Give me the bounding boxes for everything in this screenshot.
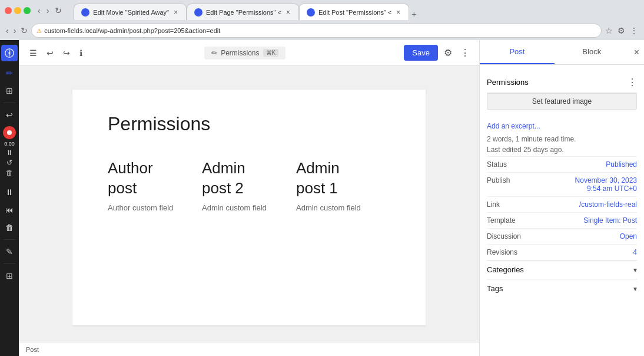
doc-title-text: Permissions <box>221 49 259 57</box>
revisions-label: Revisions <box>487 248 517 256</box>
right-sidebar: Post Block × Permissions ⋮ Set featured … <box>479 40 644 356</box>
record-trash-icon[interactable]: 🗑 <box>6 169 13 177</box>
record-time: 0:00 <box>4 141 15 147</box>
doc-edit-icon: ✏ <box>211 49 217 57</box>
undo-button[interactable]: ↩ <box>43 46 57 60</box>
menu-button[interactable]: ⋮ <box>629 25 639 37</box>
add-excerpt-link[interactable]: Add an excerpt... <box>487 122 540 130</box>
wp-logo-icon <box>5 48 14 58</box>
publish-row: Publish November 30, 2023 9:54 am UTC+0 <box>487 172 637 196</box>
word-count-meta: 2 words, 1 minute read time. <box>487 135 637 143</box>
bookmark-button[interactable]: ☆ <box>604 25 614 37</box>
page-content: Permissions Author post Author custom fi… <box>72 90 426 325</box>
toolbar-separator-1 <box>4 103 15 103</box>
editor-center: ✏ Permissions ⌘K <box>91 47 399 60</box>
toolbar-delete-icon[interactable]: 🗑 <box>1 219 18 236</box>
revisions-value[interactable]: 4 <box>633 248 637 256</box>
browser-tab-3[interactable]: Edit Post "Permissions" < × <box>299 4 409 20</box>
forward-nav-button[interactable]: › <box>12 25 18 37</box>
toolbar-undo-icon[interactable]: ↩ <box>1 107 18 123</box>
discussion-value[interactable]: Open <box>620 232 637 240</box>
address-bar[interactable]: ⚠ custom-fields.local/wp-admin/post.php?… <box>31 24 602 38</box>
excerpt-section: Add an excerpt... <box>487 121 637 130</box>
tab-close-2[interactable]: × <box>285 8 291 17</box>
sidebar-close-button[interactable]: × <box>629 42 644 62</box>
toolbar-grid-icon[interactable]: ⊞ <box>1 268 18 284</box>
tab-close-3[interactable]: × <box>395 8 401 17</box>
toolbar-pen-icon[interactable]: ✎ <box>1 243 18 260</box>
toolbar-pause-icon[interactable]: ⏸ <box>1 184 18 200</box>
revisions-row: Revisions 4 <box>487 244 637 260</box>
tags-collapse[interactable]: Tags ▾ <box>487 279 637 298</box>
record-restart-icon[interactable]: ↺ <box>6 159 12 167</box>
permissions-menu-button[interactable]: ⋮ <box>628 77 637 88</box>
categories-chevron-icon: ▾ <box>633 266 637 274</box>
toggle-sidebar-button[interactable]: ☰ <box>26 46 41 60</box>
settings-button[interactable]: ⚙ <box>441 45 454 61</box>
security-icon: ⚠ <box>36 28 42 34</box>
status-value[interactable]: Published <box>606 160 637 169</box>
toolbar-block-icon[interactable]: ⊞ <box>1 83 18 99</box>
editor-doc-title-pill: ✏ Permissions ⌘K <box>204 47 286 60</box>
col-heading-3: Admin post 1 <box>296 159 379 199</box>
page-title: Permissions <box>108 113 390 135</box>
record-button[interactable] <box>3 126 16 139</box>
minimize-window-button[interactable] <box>14 7 21 14</box>
toolbar-separator-4 <box>4 263 15 264</box>
redo-button[interactable]: ↪ <box>59 46 74 60</box>
forward-button[interactable]: › <box>44 5 52 17</box>
doc-title-badge: ⌘K <box>263 49 279 57</box>
tab-title-3: Edit Post "Permissions" < <box>318 9 391 16</box>
details-button[interactable]: ℹ <box>76 46 86 60</box>
editor-toolbar-left: ☰ ↩ ↪ ℹ <box>26 46 86 60</box>
toolbar-separator-3 <box>4 239 15 240</box>
status-label: Status <box>487 160 507 169</box>
template-label: Template <box>487 216 516 225</box>
content-col-3: Admin post 1 Admin custom field <box>296 159 390 212</box>
maximize-window-button[interactable] <box>24 7 31 14</box>
url-text: custom-fields.local/wp-admin/post.php?po… <box>44 27 596 34</box>
back-nav-button[interactable]: ‹ <box>5 25 10 37</box>
browser-tab-2[interactable]: Edit Page "Permissions" < × <box>187 4 299 20</box>
browser-tabs: Edit Movie "Spirited Away" × Edit Page "… <box>69 1 423 20</box>
tab-favicon-1 <box>81 8 89 17</box>
toolbar-edit-icon[interactable]: ✏ <box>1 65 18 81</box>
wp-editor-area: ☰ ↩ ↪ ℹ ✏ Permissions ⌘K Save ⚙ ⋮ Perm <box>19 40 479 356</box>
status-row: Status Published <box>487 156 637 172</box>
address-bar-row: ‹ › ↻ ⚠ custom-fields.local/wp-admin/pos… <box>0 21 644 40</box>
template-row: Template Single Item: Post <box>487 212 637 228</box>
sidebar-tab-post[interactable]: Post <box>480 40 555 64</box>
new-tab-button[interactable]: + <box>409 8 419 20</box>
refresh-button[interactable]: ↻ <box>52 5 64 17</box>
sidebar-tab-block[interactable]: Block <box>555 40 629 64</box>
browser-top-bar: ‹ › ↻ Edit Movie "Spirited Away" × Edit … <box>0 0 644 21</box>
save-button[interactable]: Save <box>404 45 438 61</box>
set-featured-image-button[interactable]: Set featured image <box>487 93 637 110</box>
publish-label: Publish <box>487 176 510 184</box>
record-pause-icon[interactable]: ⏸ <box>6 149 13 157</box>
editor-topbar: ☰ ↩ ↪ ℹ ✏ Permissions ⌘K Save ⚙ ⋮ <box>19 40 479 66</box>
close-window-button[interactable] <box>5 7 12 14</box>
editor-toolbar-right: Save ⚙ ⋮ <box>404 45 472 61</box>
browser-window-controls <box>5 7 31 14</box>
tags-label: Tags <box>487 284 503 293</box>
browser-navigation: ‹ › ↻ <box>35 5 64 17</box>
template-value[interactable]: Single Item: Post <box>583 216 637 225</box>
more-options-button[interactable]: ⋮ <box>458 45 472 61</box>
tab-close-1[interactable]: × <box>172 8 179 17</box>
content-col-1: Author post Author custom field <box>108 159 202 212</box>
discussion-row: Discussion Open <box>487 228 637 244</box>
wp-logo[interactable] <box>1 45 18 61</box>
col-subtext-1: Author custom field <box>108 203 190 212</box>
extensions-button[interactable]: ⚙ <box>616 25 626 37</box>
toolbar-back-icon[interactable]: ⏮ <box>1 202 18 218</box>
col-subtext-2: Admin custom field <box>202 203 284 212</box>
back-button[interactable]: ‹ <box>35 5 43 17</box>
refresh-nav-button[interactable]: ↻ <box>19 25 29 37</box>
link-value[interactable]: /custom-fields-real <box>579 200 637 209</box>
publish-value[interactable]: November 30, 2023 9:54 am UTC+0 <box>575 176 637 193</box>
browser-tab-1[interactable]: Edit Movie "Spirited Away" × <box>74 4 187 20</box>
status-bar: Post <box>19 342 479 356</box>
link-row: Link /custom-fields-real <box>487 196 637 212</box>
categories-collapse[interactable]: Categories ▾ <box>487 260 637 279</box>
